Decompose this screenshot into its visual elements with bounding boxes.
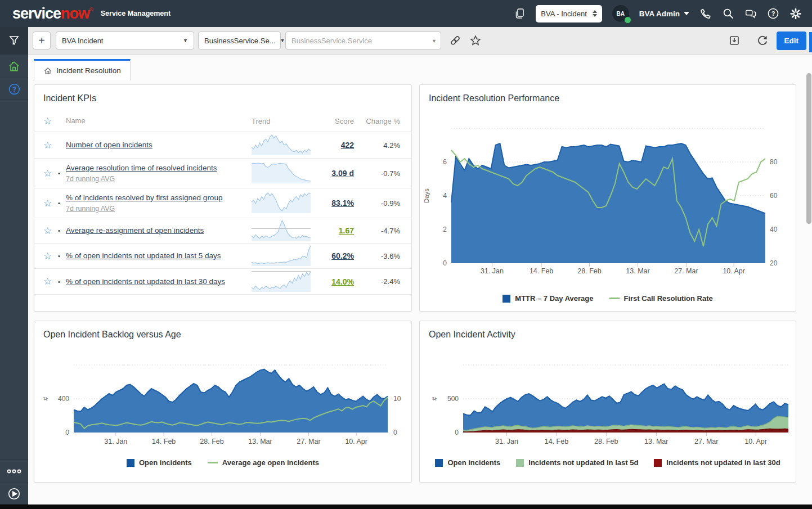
panel-incident-resolution-performance: Incident Resolution Performance 31. Jan1… (419, 84, 796, 312)
kpi-row: ☆•% of open incidents not updated in las… (34, 244, 411, 269)
backlog-chart-legend: Open incidentsAverage age open incidents (34, 458, 411, 467)
kpi-name: Average resolution time of resolved inci… (66, 163, 252, 184)
legend-square-marker (654, 459, 662, 467)
legend-item[interactable]: Open incidents (127, 458, 192, 467)
kpi-name-link[interactable]: % of incidents resolved by first assigne… (66, 193, 222, 202)
kpi-score: 422 (313, 141, 354, 150)
legend-item[interactable]: MTTR – 7 Day Average (503, 294, 593, 303)
kpi-name-link[interactable]: % of open incidents not updated in last … (66, 251, 221, 260)
star-icon[interactable]: ☆ (43, 226, 58, 236)
star-icon[interactable]: ☆ (43, 199, 58, 208)
star-icon[interactable]: ☆ (43, 141, 58, 150)
scope-select[interactable]: BVA - Incident (536, 5, 602, 22)
kpi-score-link[interactable]: 14.0% (331, 277, 354, 286)
tab-incident-resolution[interactable]: Incident Resolution (34, 59, 131, 80)
svg-text:13. Mar: 13. Mar (644, 438, 668, 445)
kpi-name: % of open incidents not updated in last … (66, 276, 252, 287)
dashboard-select[interactable]: BVA Incident ▼ (56, 31, 194, 49)
sidebar-item-home[interactable] (0, 55, 28, 78)
sidebar-item-filter[interactable] (0, 27, 28, 55)
indicator-dot: • (58, 170, 66, 177)
sidebar-item-more[interactable] (0, 460, 28, 483)
svg-text:60: 60 (770, 192, 778, 200)
kpi-sparkline (252, 218, 313, 243)
search-icon[interactable] (722, 7, 734, 20)
kpi-name-link[interactable]: Average re-assignment of open incidents (66, 226, 204, 235)
vertical-scrollbar[interactable] (806, 73, 811, 501)
favorite-star-icon[interactable] (469, 34, 482, 47)
svg-text:4: 4 (443, 192, 447, 200)
svg-text:10. Apr: 10. Apr (345, 438, 367, 445)
breakdown-select[interactable]: BusinessService.Se... ▼ (198, 31, 281, 49)
scrollbar-thumb[interactable] (806, 73, 811, 224)
svg-text:6: 6 (443, 158, 447, 166)
kpi-name-link[interactable]: Number of open incidents (66, 141, 152, 149)
sidebar-item-play[interactable] (0, 483, 28, 505)
panel-title: Incident KPIs (34, 85, 411, 103)
svg-text:#: # (42, 397, 49, 400)
phone-icon[interactable] (699, 7, 712, 20)
play-icon (7, 487, 21, 501)
kpi-subtitle[interactable]: 7d running AVG (66, 204, 252, 214)
legend-item[interactable]: Average age open incidents (208, 458, 319, 467)
svg-text:14. Feb: 14. Feb (152, 438, 176, 445)
breakdown-element-combo: ▼ (285, 31, 441, 49)
svg-text:14. Feb: 14. Feb (545, 438, 568, 445)
dashboard-select-value: BVA Incident (62, 37, 103, 45)
svg-text:0: 0 (455, 429, 459, 436)
add-tab-button[interactable]: + (33, 31, 51, 49)
dashboard-content: Incident Resolution Incident KPIs ☆ Name… (28, 55, 812, 505)
column-header-change: Change % (354, 117, 400, 125)
legend-item[interactable]: Incidents not updated in last 30d (654, 458, 780, 467)
kpi-score-link[interactable]: 422 (341, 141, 354, 150)
avatar[interactable]: BA (612, 5, 629, 22)
svg-text:14. Feb: 14. Feb (530, 267, 553, 275)
top-header: servicenow® Service Management BVA - Inc… (0, 0, 812, 27)
legend-item[interactable]: Incidents not updated in last 5d (516, 458, 638, 467)
panel-open-incident-activity: Open Incident Activity 31. Jan14. Feb28.… (419, 321, 796, 483)
legend-item[interactable]: First Call Resolution Rate (609, 294, 713, 303)
kpi-name-link[interactable]: % of open incidents not updated in last … (66, 277, 225, 286)
breakdown-select-value: BusinessService.Se... (204, 37, 275, 45)
kpi-score: 83.1% (313, 199, 354, 208)
kpi-score-link[interactable]: 83.1% (331, 199, 354, 208)
kpi-score-link[interactable]: 60.2% (331, 251, 354, 260)
sidebar-item-help[interactable]: ? (0, 78, 28, 100)
star-icon[interactable]: ☆ (43, 251, 58, 261)
kpi-rows: ☆Number of open incidents4224.2%☆•Averag… (34, 132, 411, 295)
svg-text:31. Jan: 31. Jan (495, 438, 518, 445)
star-icon[interactable]: ☆ (43, 169, 58, 178)
kpi-sparkline (252, 191, 313, 215)
pages-icon[interactable] (513, 7, 526, 20)
breakdown-element-input[interactable] (285, 31, 441, 49)
svg-text:400: 400 (58, 395, 69, 403)
logo-service-text: service (12, 5, 61, 22)
window-bottom-edge (0, 505, 812, 509)
column-header-score: Score (313, 117, 354, 125)
edit-button[interactable]: Edit (777, 31, 807, 50)
kpi-name-link[interactable]: Average resolution time of resolved inci… (66, 164, 217, 172)
legend-label: Open incidents (139, 458, 192, 467)
star-icon[interactable]: ☆ (43, 277, 58, 286)
kpi-subtitle[interactable]: 7d running AVG (66, 174, 252, 184)
chat-icon[interactable] (744, 7, 757, 20)
help-icon[interactable]: ? (767, 7, 779, 20)
link-icon[interactable] (449, 34, 461, 47)
user-menu[interactable]: BVA Admin (639, 10, 689, 18)
kpi-score-link[interactable]: 3.09 d (331, 169, 354, 178)
download-icon[interactable] (728, 34, 741, 47)
tab-label: Incident Resolution (56, 66, 121, 75)
gear-icon[interactable] (789, 7, 802, 20)
chevron-down-icon (684, 12, 689, 15)
legend-item[interactable]: Open incidents (435, 458, 500, 467)
kpi-score-link[interactable]: 1.67 (339, 226, 354, 235)
kpi-name: Average re-assignment of open incidents (66, 225, 252, 236)
svg-text:Days: Days (423, 188, 430, 203)
kpi-row: ☆•Average re-assignment of open incident… (34, 218, 411, 244)
svg-text:27. Mar: 27. Mar (694, 438, 718, 445)
dropdown-arrow-icon: ▼ (178, 38, 188, 43)
legend-label: Incidents not updated in last 5d (528, 458, 638, 467)
refresh-icon[interactable] (756, 34, 769, 47)
svg-text:10. Apr: 10. Apr (723, 267, 745, 275)
column-header-name: Name (66, 116, 252, 127)
